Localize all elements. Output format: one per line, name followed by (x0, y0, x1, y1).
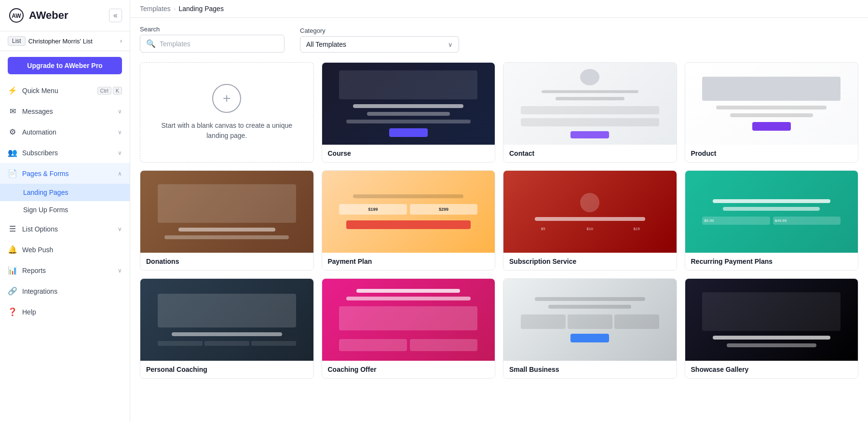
subitem-label: Landing Pages (23, 189, 68, 196)
sidebar: AW AWeber « List Christopher Morris' Lis… (0, 0, 130, 422)
template-label: Product (685, 145, 858, 162)
template-thumb (685, 279, 858, 361)
template-card-payment-plan[interactable]: $199 $299 Payment Plan (322, 170, 496, 271)
search-icon: 🔍 (146, 39, 156, 48)
aweber-logo-icon: AW (8, 7, 25, 24)
template-label: Personal Coaching (140, 361, 313, 378)
sidebar-item-automation[interactable]: ⚙ Automation ∨ (0, 122, 130, 142)
blank-canvas-card[interactable]: + Start with a blank canvas to create a … (140, 62, 314, 163)
template-label: Donations (140, 253, 313, 270)
template-thumb (503, 279, 677, 361)
web-push-icon: 🔔 (8, 245, 17, 254)
template-thumb (140, 171, 313, 253)
template-label: Contact (503, 145, 677, 162)
sidebar-item-quick-menu[interactable]: ⚡ Quick Menu Ctrl K (0, 80, 130, 101)
sidebar-item-label: Messages (22, 108, 53, 115)
template-thumb: $5.00 $49.99 (685, 171, 858, 253)
list-name: Christopher Morris' List (28, 38, 117, 45)
breadcrumb-current: Landing Pages (178, 5, 223, 13)
shortcut-keys: Ctrl K (97, 87, 122, 95)
template-card-showcase-gallery[interactable]: Showcase Gallery (685, 278, 859, 379)
search-input-wrap: 🔍 (140, 35, 285, 53)
templates-grid: + Start with a blank canvas to create a … (130, 57, 868, 422)
sidebar-item-label: Pages & Forms (22, 170, 68, 177)
chevron-down-icon: ∨ (118, 108, 122, 115)
templates-grid-inner: + Start with a blank canvas to create a … (140, 62, 858, 379)
svg-text:AW: AW (12, 13, 21, 19)
template-card-contact[interactable]: Contact (503, 62, 677, 163)
list-selector[interactable]: List Christopher Morris' List › (0, 31, 130, 51)
breadcrumb: Templates › Landing Pages (140, 5, 224, 13)
logo-area: AW AWeber (8, 7, 68, 24)
sidebar-item-integrations[interactable]: 🔗 Integrations (0, 281, 130, 301)
sidebar-item-label: Quick Menu (22, 87, 58, 95)
search-input[interactable] (160, 40, 278, 48)
sidebar-header: AW AWeber « (0, 0, 130, 31)
template-thumb (322, 279, 495, 361)
list-options-icon: ☰ (8, 224, 17, 233)
sidebar-item-label: List Options (22, 225, 58, 233)
pages-forms-icon: 📄 (8, 169, 17, 178)
sidebar-subitem-landing-pages[interactable]: Landing Pages (0, 184, 130, 201)
template-card-subscription[interactable]: $5 $10 $15 Subscription Service (503, 170, 677, 271)
subscribers-icon: 👥 (8, 148, 17, 157)
subitem-label: Sign Up Forms (23, 206, 68, 214)
blank-canvas-text: Start with a blank canvas to create a un… (150, 121, 304, 141)
chevron-down-icon: ∨ (118, 150, 122, 156)
top-bar: Templates › Landing Pages (130, 0, 868, 18)
template-card-course[interactable]: Course (322, 62, 496, 163)
category-group: Category All Templates Course Coaching P… (300, 27, 459, 53)
template-card-small-business[interactable]: Small Business (503, 278, 677, 379)
template-thumb: $5 $10 $15 (503, 171, 677, 253)
sidebar-item-messages[interactable]: ✉ Messages ∨ (0, 101, 130, 122)
list-tag: List (8, 36, 26, 46)
sidebar-item-help[interactable]: ❓ Help (0, 301, 130, 322)
messages-icon: ✉ (8, 107, 17, 116)
sidebar-item-label: Reports (22, 267, 46, 274)
pages-forms-subitems: Landing Pages Sign Up Forms (0, 184, 130, 218)
template-label: Subscription Service (503, 253, 677, 270)
search-section: Search 🔍 Category All Templates Course C… (130, 18, 868, 57)
sidebar-subitem-sign-up-forms[interactable]: Sign Up Forms (0, 201, 130, 218)
chevron-down-icon: ∨ (118, 226, 122, 232)
list-chevron-icon: › (120, 38, 122, 44)
template-label: Course (322, 145, 495, 162)
chevron-up-icon: ∧ (118, 170, 122, 177)
reports-icon: 📊 (8, 266, 17, 275)
template-card-coaching-offer[interactable]: Coaching Offer (322, 278, 496, 379)
collapse-sidebar-button[interactable]: « (109, 9, 122, 22)
template-thumb (685, 63, 858, 145)
template-label: Recurring Payment Plans (685, 253, 858, 270)
main-content: Templates › Landing Pages Search 🔍 Categ… (130, 0, 868, 422)
sidebar-item-label: Help (22, 308, 36, 316)
automation-icon: ⚙ (8, 127, 17, 136)
template-card-personal-coaching[interactable]: Personal Coaching (140, 278, 314, 379)
sidebar-item-subscribers[interactable]: 👥 Subscribers ∨ (0, 142, 130, 163)
chevron-down-icon: ∨ (118, 267, 122, 274)
template-label: Small Business (503, 361, 677, 378)
template-card-donations[interactable]: Donations (140, 170, 314, 271)
logo-text: AWeber (29, 9, 68, 22)
search-label: Search (140, 26, 285, 33)
sidebar-item-label: Web Push (22, 246, 53, 254)
upgrade-button[interactable]: Upgrade to AWeber Pro (8, 57, 122, 74)
sidebar-item-web-push[interactable]: 🔔 Web Push (0, 239, 130, 260)
category-label: Category (300, 27, 459, 34)
sidebar-item-pages-forms[interactable]: 📄 Pages & Forms ∧ (0, 163, 130, 184)
template-thumb (503, 63, 677, 145)
chevron-down-icon: ∨ (448, 41, 453, 48)
template-label: Payment Plan (322, 253, 495, 270)
sidebar-item-reports[interactable]: 📊 Reports ∨ (0, 260, 130, 281)
template-label: Coaching Offer (322, 361, 495, 378)
breadcrumb-separator: › (174, 5, 176, 13)
sidebar-nav: ⚡ Quick Menu Ctrl K ✉ Messages ∨ ⚙ Autom… (0, 80, 130, 322)
breadcrumb-parent[interactable]: Templates (140, 5, 171, 13)
template-thumb (322, 63, 495, 145)
category-select[interactable]: All Templates Course Coaching Payment Su… (306, 41, 429, 48)
template-label: Showcase Gallery (685, 361, 858, 378)
sidebar-item-label: Subscribers (22, 149, 58, 157)
sidebar-item-list-options[interactable]: ☰ List Options ∨ (0, 218, 130, 239)
integrations-icon: 🔗 (8, 286, 17, 296)
template-card-recurring[interactable]: $5.00 $49.99 Recurring Payment Plans (685, 170, 859, 271)
template-card-product[interactable]: Product (685, 62, 859, 163)
